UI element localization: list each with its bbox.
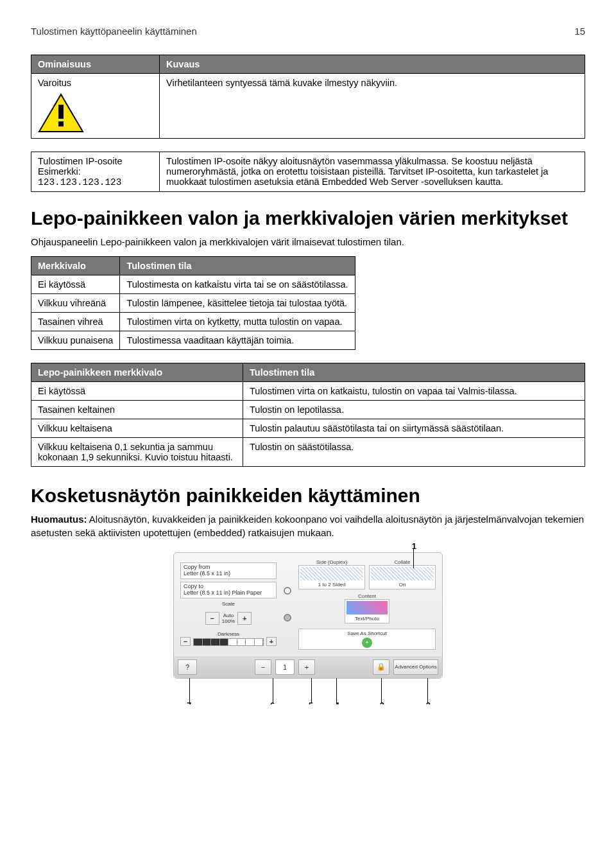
- section-title-2: Kosketusnäytön painikkeiden käyttäminen: [31, 485, 585, 507]
- t4-h1: Lepo-painikkeen merkkivalo: [31, 363, 243, 382]
- ip-example: Esimerkki: 123.123.123.123: [38, 166, 153, 187]
- table-row: Ei käytössäTulostimesta on katkaistu vir…: [31, 275, 355, 294]
- advanced-options-button[interactable]: Advanced Options: [393, 659, 438, 675]
- darkness-label: Darkness: [180, 631, 277, 637]
- feature-table-2: Tulostimen IP-osoite Esimerkki: 123.123.…: [31, 152, 585, 192]
- copy-to-field[interactable]: Copy to Letter (8.5 x 11 in) Plain Paper: [180, 582, 277, 598]
- touchscreen-illustration: Copy from Letter (8.5 x 11 in) Copy to L…: [173, 552, 443, 679]
- plus-icon: +: [362, 638, 372, 648]
- note-prefix: Huomautus:: [31, 514, 87, 525]
- radio-icon[interactable]: [284, 614, 291, 622]
- intro-p1: Ohjauspaneelin Lepo-painikkeen valon ja …: [31, 236, 585, 248]
- table-row: Ei käytössäTulostimen virta on katkaistu…: [31, 382, 585, 401]
- collate-tile[interactable]: On: [369, 565, 436, 589]
- darkness-minus-button[interactable]: −: [180, 637, 191, 646]
- scale-minus-button[interactable]: −: [205, 612, 219, 625]
- svg-rect-1: [58, 105, 64, 119]
- feature-table-1: Ominaisuus Kuvaus Varoitus Virhetilantee…: [31, 55, 585, 139]
- count-plus-button[interactable]: +: [298, 659, 315, 675]
- darkness-plus-button[interactable]: +: [266, 637, 277, 646]
- copy-from-field[interactable]: Copy from Letter (8.5 x 11 in): [180, 562, 277, 579]
- ip-value: 123.123.123.123: [38, 177, 122, 187]
- content-tile[interactable]: Text/Photo: [345, 599, 389, 623]
- indicator-table: Merkkivalo Tulostimen tila Ei käytössäTu…: [31, 256, 355, 350]
- save-shortcut-button[interactable]: Save As Shortcut +: [298, 629, 436, 650]
- callout-1: 1: [412, 541, 416, 551]
- darkness-bar[interactable]: [193, 638, 264, 646]
- svg-rect-2: [58, 121, 64, 126]
- scale-plus-button[interactable]: +: [237, 612, 252, 625]
- sleep-indicator-table: Lepo-painikkeen merkkivalo Tulostimen ti…: [31, 363, 585, 467]
- table2-feature-cell: Tulostimen IP-osoite Esimerkki: 123.123.…: [31, 152, 160, 192]
- ip-label: Tulostimen IP-osoite: [38, 156, 153, 166]
- callout-2: 2: [426, 701, 431, 704]
- warning-label: Varoitus: [38, 78, 153, 88]
- header-title: Tulostimen käyttöpaneelin käyttäminen: [31, 26, 197, 37]
- lock-icon[interactable]: 🔒: [373, 659, 389, 675]
- t4-h2: Tulostimen tila: [243, 363, 585, 382]
- table-row: Tasainen keltainenTulostin on lepotilass…: [31, 401, 585, 419]
- table-row: Vilkkuu keltaisena 0,1 sekuntia ja sammu…: [31, 438, 585, 467]
- t3-h1: Merkkivalo: [31, 257, 120, 275]
- help-button[interactable]: ?: [178, 659, 197, 675]
- table-row: Vilkkuu keltaisenaTulostin palautuu sääs…: [31, 419, 585, 438]
- table1-col2: Kuvaus: [160, 55, 585, 74]
- table1-col1: Ominaisuus: [31, 55, 160, 74]
- side-tile[interactable]: 1 to 2 Sided: [298, 565, 365, 589]
- table-row: Tasainen vihreäTulostimen virta on kytke…: [31, 313, 355, 331]
- radio-icon[interactable]: [284, 587, 291, 595]
- note-paragraph: Huomautus: Aloitusnäytön, kuvakkeiden ja…: [31, 513, 585, 539]
- callout-3: 3: [380, 701, 384, 704]
- count-minus-button[interactable]: −: [255, 659, 271, 675]
- page-header: Tulostimen käyttöpaneelin käyttäminen 15: [31, 26, 585, 37]
- t3-h2: Tulostimen tila: [120, 257, 355, 275]
- table-row: Vilkkuu punaisenaTulostimessa vaaditaan …: [31, 331, 355, 350]
- table1-desc: Virhetilanteen syntyessä tämä kuvake ilm…: [160, 74, 585, 139]
- callout-4: 4: [335, 701, 339, 704]
- count-value: 1: [275, 659, 295, 675]
- warning-icon: [38, 93, 153, 134]
- section-title-1: Lepo-painikkeen valon ja merkkivalojen v…: [31, 207, 585, 229]
- scale-label: Scale: [180, 601, 277, 607]
- page-number: 15: [574, 26, 585, 37]
- table-row: Vilkkuu vihreänäTulostin lämpenee, käsit…: [31, 294, 355, 313]
- table1-feature-cell: Varoitus: [31, 74, 160, 139]
- table2-desc: Tulostimen IP-osoite näkyy aloitusnäytön…: [160, 152, 585, 192]
